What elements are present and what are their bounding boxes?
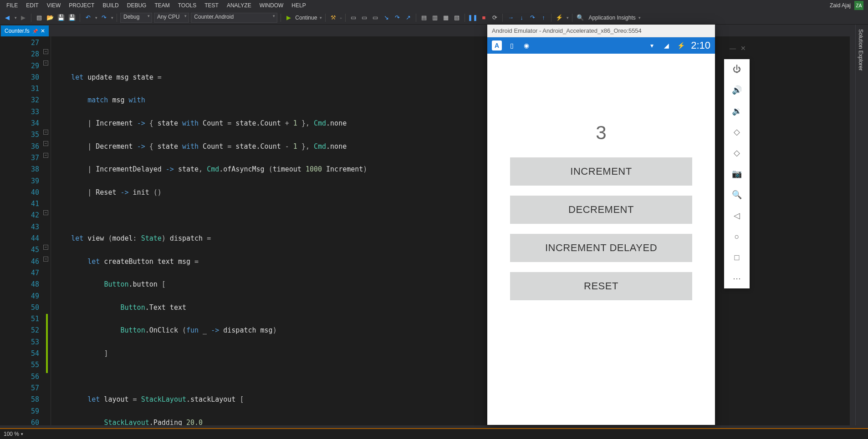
toolbox-icon[interactable]: ⚒ xyxy=(329,13,338,22)
step-out-icon[interactable]: ↗ xyxy=(403,13,413,22)
pause-icon[interactable]: ❚❚ xyxy=(468,13,477,22)
counter-value: 3 xyxy=(596,122,606,144)
close-icon[interactable]: ✕ xyxy=(740,45,746,52)
app-insights[interactable]: Application Insights xyxy=(588,15,635,21)
battery-icon: ⚡ xyxy=(676,41,685,50)
step-over2-icon[interactable]: ↷ xyxy=(528,13,537,22)
nav-fwd-icon[interactable]: ▶ xyxy=(19,13,28,22)
volume-down-icon[interactable]: 🔉 xyxy=(730,105,743,117)
more-icon[interactable]: ⋯ xyxy=(730,272,743,285)
fold-marker[interactable]: − xyxy=(43,141,48,146)
fold-marker[interactable]: − xyxy=(43,61,48,66)
new-project-icon[interactable]: ▧ xyxy=(35,13,44,22)
rotate-right-icon[interactable]: ◇ xyxy=(730,146,743,159)
user-avatar[interactable]: ZA xyxy=(854,1,863,10)
close-icon[interactable]: ✕ xyxy=(41,28,45,34)
zoom-chevron-icon[interactable]: ▾ xyxy=(21,432,23,436)
reset-button[interactable]: RESET xyxy=(510,272,692,300)
android-emulator-window[interactable]: Android Emulator - Android_Accelerated_x… xyxy=(487,25,715,425)
process-icon[interactable]: ▭ xyxy=(349,13,358,22)
step-into-icon[interactable]: ↘ xyxy=(382,13,391,22)
continue-label[interactable]: Continue xyxy=(295,15,317,21)
status-bar: 100 % ▾ xyxy=(0,428,868,439)
decrement-button[interactable]: DECREMENT xyxy=(510,196,692,224)
app-content: 3 INCREMENT DECREMENT INCREMENT DELAYED … xyxy=(487,54,715,319)
emulator-window-controls: — ✕ xyxy=(730,45,746,52)
nav-back-icon[interactable]: ◀ xyxy=(3,13,12,22)
camera-icon[interactable]: 📷 xyxy=(730,167,743,180)
back-icon[interactable]: ◁ xyxy=(730,209,743,222)
layout2-icon[interactable]: ▥ xyxy=(430,13,439,22)
thread-icon[interactable]: ▭ xyxy=(360,13,369,22)
platform-combo[interactable]: Any CPU▾ xyxy=(154,13,189,23)
toolbar: ◀▾ ▶ ▧ 📂 💾 💾 ↶▾ ↷▾ Debug▾ Any CPU▾ Count… xyxy=(0,11,868,25)
layout1-icon[interactable]: ▤ xyxy=(419,13,429,22)
emulator-title: Android Emulator - Android_Accelerated_x… xyxy=(487,25,715,37)
menu-team[interactable]: TEAM xyxy=(151,1,173,10)
user-name[interactable]: Zaid Ajaj xyxy=(830,2,851,9)
menu-edit[interactable]: EDIT xyxy=(22,1,42,10)
menu-view[interactable]: VIEW xyxy=(43,1,65,10)
keyboard-icon: A xyxy=(492,40,502,50)
signal-icon: ◢ xyxy=(662,41,671,50)
open-icon[interactable]: 📂 xyxy=(46,13,55,22)
menu-help[interactable]: HELP xyxy=(288,1,309,10)
menu-bar: FILE EDIT VIEW PROJECT BUILD DEBUG TEAM … xyxy=(0,0,868,11)
change-marker xyxy=(46,314,48,373)
fold-marker[interactable]: − xyxy=(43,130,48,135)
fold-marker[interactable]: − xyxy=(43,257,48,262)
increment-delayed-button[interactable]: INCREMENT DELAYED xyxy=(510,234,692,262)
layout3-icon[interactable]: ▦ xyxy=(441,13,450,22)
menu-test[interactable]: TEST xyxy=(201,1,222,10)
menu-window[interactable]: WINDOW xyxy=(256,1,287,10)
save-icon[interactable]: 💾 xyxy=(56,13,66,22)
sd-card-icon: ▯ xyxy=(507,41,516,50)
code-editor[interactable]: 2728293031323334353637383940414243444546… xyxy=(0,36,850,425)
save-all-icon[interactable]: 💾 xyxy=(67,13,77,22)
volume-up-icon[interactable]: 🔊 xyxy=(730,84,743,96)
zoom-level[interactable]: 100 % xyxy=(4,431,19,437)
stack-icon[interactable]: ▭ xyxy=(371,13,380,22)
android-status-bar: A ▯ ◉ ▾ ◢ ⚡ 2:10 xyxy=(487,37,715,54)
tab-counter-fs[interactable]: Counter.fs 📌 ✕ xyxy=(1,25,49,36)
step-over-icon[interactable]: ↷ xyxy=(393,13,402,22)
menu-build[interactable]: BUILD xyxy=(99,1,122,10)
solution-explorer-label: Solution Explorer xyxy=(856,25,866,75)
pin-icon[interactable]: 📌 xyxy=(32,29,38,34)
intellitrace-icon[interactable]: ⚡ xyxy=(555,13,564,22)
undo-icon[interactable]: ↶ xyxy=(83,13,92,22)
solution-explorer-collapsed[interactable]: Solution Explorer xyxy=(855,25,868,425)
menu-file[interactable]: FILE xyxy=(3,1,21,10)
overview-icon[interactable]: □ xyxy=(730,251,743,264)
tab-label: Counter.fs xyxy=(5,28,30,34)
menu-debug[interactable]: DEBUG xyxy=(123,1,150,10)
step-out2-icon[interactable]: ↑ xyxy=(539,13,548,22)
fold-marker[interactable]: − xyxy=(43,245,48,250)
search-icon[interactable]: 🔍 xyxy=(576,13,585,22)
zoom-icon[interactable]: 🔍 xyxy=(730,188,743,201)
layout4-icon[interactable]: ▧ xyxy=(452,13,461,22)
clock: 2:10 xyxy=(691,40,710,51)
stop-icon[interactable]: ■ xyxy=(479,13,488,22)
fold-marker[interactable]: − xyxy=(43,210,48,215)
config-combo[interactable]: Debug▾ xyxy=(120,13,152,23)
menu-tools[interactable]: TOOLS xyxy=(174,1,200,10)
power-icon[interactable]: ⏻ xyxy=(730,63,743,76)
line-numbers: 2728293031323334353637383940414243444546… xyxy=(0,36,42,425)
step-into2-icon[interactable]: ↓ xyxy=(517,13,526,22)
minimize-icon[interactable]: — xyxy=(730,45,736,52)
restart-icon[interactable]: ⟳ xyxy=(490,13,499,22)
redo-icon[interactable]: ↷ xyxy=(99,13,108,22)
emulator-controls: ⏻ 🔊 🔉 ◇ ◇ 📷 🔍 ◁ ○ □ ⋯ xyxy=(724,59,750,288)
startup-project-combo[interactable]: Counter.Android▾ xyxy=(191,13,277,23)
loading-icon: ◉ xyxy=(522,41,531,50)
menu-analyze[interactable]: ANALYZE xyxy=(223,1,255,10)
fold-marker[interactable]: − xyxy=(43,153,48,158)
fold-marker[interactable]: − xyxy=(43,49,48,54)
show-next-icon[interactable]: → xyxy=(506,13,515,22)
menu-project[interactable]: PROJECT xyxy=(65,1,98,10)
increment-button[interactable]: INCREMENT xyxy=(510,157,692,186)
rotate-left-icon[interactable]: ◇ xyxy=(730,126,743,138)
continue-icon[interactable]: ▶ xyxy=(284,13,293,22)
home-icon[interactable]: ○ xyxy=(730,230,743,243)
